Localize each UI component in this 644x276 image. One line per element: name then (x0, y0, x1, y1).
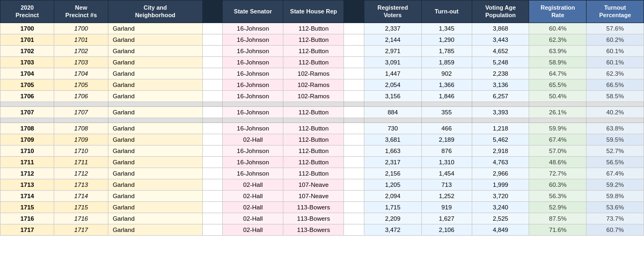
cell-house: 112-Button (283, 106, 344, 118)
cell-turnout-pct: 56.5% (587, 156, 644, 168)
cell-empty2 (344, 45, 364, 56)
cell-vap: 3,868 (472, 23, 529, 34)
table-row: 17041704Garland16-Johnson102-Ramos1,4479… (1, 68, 644, 79)
cell-precinct: 1705 (1, 79, 54, 90)
cell-senator: 16-Johnson (223, 122, 283, 134)
cell-precinct: 1716 (1, 213, 54, 224)
header-city: City and Neighborhood (108, 1, 202, 23)
cell-city: Garland (108, 213, 202, 224)
separator-cell (223, 101, 283, 106)
cell-precinct: 1715 (1, 201, 54, 213)
header-reg-voters: Registered Voters (364, 1, 421, 23)
cell-senator: 02-Hall (223, 224, 283, 235)
separator-cell (587, 101, 644, 106)
cell-turnout: 1,290 (421, 34, 472, 45)
cell-reg-voters: 1,715 (364, 201, 421, 213)
cell-empty2 (344, 179, 364, 190)
cell-reg-rate: 50.4% (529, 90, 587, 101)
cell-turnout: 713 (421, 179, 472, 190)
cell-turnout-pct: 63.8% (587, 122, 644, 134)
cell-reg-rate: 60.4% (529, 23, 587, 34)
cell-vap: 5,462 (472, 134, 529, 145)
cell-turnout-pct: 57.6% (587, 23, 644, 34)
main-table-container: 2020 Precinct New Precinct #s City and N… (0, 0, 644, 236)
cell-empty2 (344, 56, 364, 68)
cell-turnout: 1,846 (421, 90, 472, 101)
cell-reg-voters: 3,681 (364, 134, 421, 145)
header-new-precinct: New Precinct #s (54, 1, 108, 23)
cell-turnout-pct: 58.5% (587, 90, 644, 101)
cell-senator: 02-Hall (223, 201, 283, 213)
cell-senator: 16-Johnson (223, 79, 283, 90)
cell-reg-rate: 62.3% (529, 34, 587, 45)
separator-cell (344, 118, 364, 122)
cell-empty2 (344, 34, 364, 45)
separator-cell (202, 118, 223, 122)
cell-vap: 3,720 (472, 190, 529, 201)
cell-senator: 02-Hall (223, 190, 283, 201)
cell-turnout: 1,454 (421, 168, 472, 179)
header-precinct: 2020 Precinct (1, 1, 54, 23)
cell-empty2 (344, 106, 364, 118)
cell-city: Garland (108, 134, 202, 145)
cell-new-precinct: 1704 (54, 68, 108, 79)
cell-house: 107-Neave (283, 190, 344, 201)
cell-precinct: 1703 (1, 56, 54, 68)
table-row: 17071707Garland16-Johnson112-Button88435… (1, 106, 644, 118)
separator-cell (472, 118, 529, 122)
cell-new-precinct: 1716 (54, 213, 108, 224)
cell-house: 113-Bowers (283, 224, 344, 235)
table-row: 17151715Garland02-Hall113-Bowers1,715919… (1, 201, 644, 213)
cell-house: 112-Button (283, 122, 344, 134)
cell-reg-voters: 1,447 (364, 68, 421, 79)
cell-reg-rate: 59.9% (529, 122, 587, 134)
cell-new-precinct: 1701 (54, 34, 108, 45)
table-row: 17121712Garland16-Johnson112-Button2,156… (1, 168, 644, 179)
header-reg-rate: Registration Rate (529, 1, 587, 23)
separator-cell (54, 118, 108, 122)
cell-house: 112-Button (283, 168, 344, 179)
cell-empty2 (344, 190, 364, 201)
cell-empty1 (202, 179, 223, 190)
cell-senator: 02-Hall (223, 213, 283, 224)
cell-turnout: 902 (421, 68, 472, 79)
cell-vap: 2,525 (472, 213, 529, 224)
cell-city: Garland (108, 168, 202, 179)
cell-turnout: 1,310 (421, 156, 472, 168)
cell-new-precinct: 1705 (54, 79, 108, 90)
cell-city: Garland (108, 34, 202, 45)
cell-new-precinct: 1710 (54, 145, 108, 156)
cell-reg-voters: 2,156 (364, 168, 421, 179)
cell-vap: 1,999 (472, 179, 529, 190)
cell-vap: 1,218 (472, 122, 529, 134)
cell-empty2 (344, 90, 364, 101)
cell-turnout-pct: 53.6% (587, 201, 644, 213)
cell-turnout: 466 (421, 122, 472, 134)
cell-empty2 (344, 168, 364, 179)
cell-empty1 (202, 224, 223, 235)
cell-reg-voters: 2,209 (364, 213, 421, 224)
header-senator: State Senator (223, 1, 283, 23)
cell-precinct: 1717 (1, 224, 54, 235)
cell-reg-voters: 3,156 (364, 90, 421, 101)
cell-vap: 3,443 (472, 34, 529, 45)
cell-turnout-pct: 73.7% (587, 213, 644, 224)
cell-reg-rate: 65.5% (529, 79, 587, 90)
cell-precinct: 1709 (1, 134, 54, 145)
cell-house: 102-Ramos (283, 79, 344, 90)
separator-cell (472, 101, 529, 106)
table-row: 17021702Garland16-Johnson112-Button2,971… (1, 45, 644, 56)
cell-reg-voters: 1,663 (364, 145, 421, 156)
cell-senator: 16-Johnson (223, 106, 283, 118)
cell-senator: 16-Johnson (223, 145, 283, 156)
cell-empty1 (202, 34, 223, 45)
header-vap: Voting Age Population (472, 1, 529, 23)
table-row: 17111711Garland16-Johnson112-Button2,317… (1, 156, 644, 168)
separator-cell (587, 118, 644, 122)
separator-cell (421, 118, 472, 122)
cell-turnout-pct: 59.5% (587, 134, 644, 145)
cell-city: Garland (108, 224, 202, 235)
cell-senator: 16-Johnson (223, 34, 283, 45)
table-body: 17001700Garland16-Johnson112-Button2,337… (1, 23, 644, 235)
cell-vap: 3,240 (472, 201, 529, 213)
